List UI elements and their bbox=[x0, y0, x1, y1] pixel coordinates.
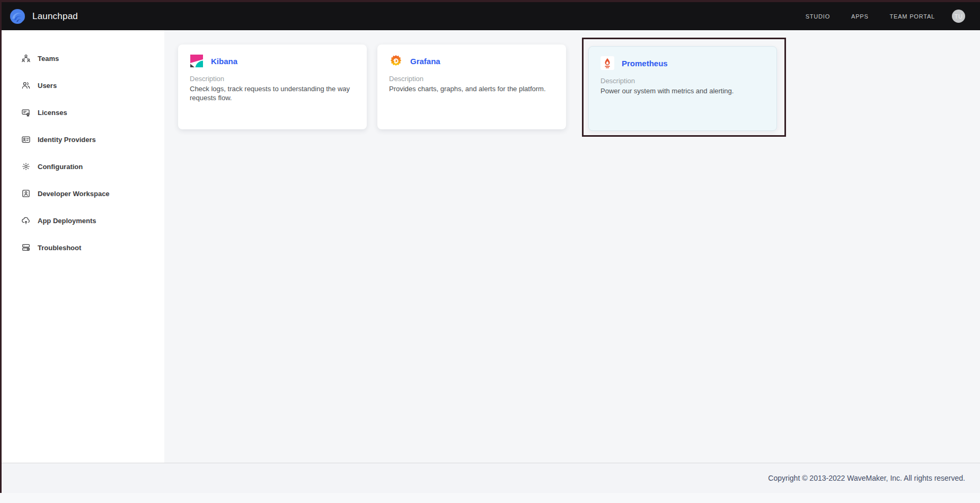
kibana-logo-icon bbox=[190, 54, 204, 68]
copyright-text: Copyright © 2013-2022 WaveMaker, Inc. Al… bbox=[768, 474, 965, 482]
configuration-icon bbox=[21, 162, 31, 171]
launchpad-app: Launchpad STUDIO APPS TEAM PORTAL TU Tea… bbox=[0, 0, 980, 493]
annotation-highlight-box: Prometheus Description Power our system … bbox=[582, 38, 786, 137]
nav-team-portal[interactable]: TEAM PORTAL bbox=[890, 13, 935, 20]
grafana-logo-icon bbox=[389, 54, 403, 68]
card-prometheus[interactable]: Prometheus Description Power our system … bbox=[588, 46, 777, 131]
card-title-link[interactable]: Prometheus bbox=[622, 59, 668, 68]
description-label: Description bbox=[601, 77, 765, 85]
sidebar-item-label: Identity Providers bbox=[38, 136, 96, 144]
description-label: Description bbox=[190, 75, 355, 83]
sidebar-item-configuration[interactable]: Configuration bbox=[0, 158, 164, 175]
licenses-icon bbox=[21, 108, 31, 117]
card-kibana[interactable]: Kibana Description Check logs, track req… bbox=[178, 45, 367, 129]
app-title: Launchpad bbox=[32, 11, 78, 22]
description-text: Provides charts, graphs, and alerts for … bbox=[389, 84, 554, 93]
footer: Copyright © 2013-2022 WaveMaker, Inc. Al… bbox=[0, 463, 980, 493]
developer-workspace-icon bbox=[21, 189, 31, 198]
annotation-top-border bbox=[0, 0, 980, 2]
nav-studio[interactable]: STUDIO bbox=[806, 13, 830, 20]
nav-apps[interactable]: APPS bbox=[851, 13, 869, 20]
sidebar-item-app-deployments[interactable]: App Deployments bbox=[0, 212, 164, 229]
sidebar-item-label: Developer Workspace bbox=[38, 190, 110, 198]
card-header: Kibana bbox=[190, 54, 355, 68]
troubleshoot-icon bbox=[21, 243, 31, 252]
wavemaker-logo-icon bbox=[10, 8, 25, 24]
sidebar-item-label: Configuration bbox=[38, 163, 83, 171]
sidebar-item-label: Users bbox=[38, 82, 57, 90]
card-header: Prometheus bbox=[601, 56, 765, 70]
description-text: Check logs, track requests to understand… bbox=[190, 84, 355, 102]
sidebar-item-licenses[interactable]: Licenses bbox=[0, 104, 164, 121]
sidebar-item-identity-providers[interactable]: Identity Providers bbox=[0, 131, 164, 148]
teams-icon bbox=[21, 54, 31, 63]
top-nav: STUDIO APPS TEAM PORTAL TU bbox=[806, 10, 965, 23]
sidebar-item-users[interactable]: Users bbox=[0, 77, 164, 94]
card-header: Grafana bbox=[389, 54, 554, 68]
sidebar-item-troubleshoot[interactable]: Troubleshoot bbox=[0, 239, 164, 256]
identity-providers-icon bbox=[21, 135, 31, 144]
sidebar: Teams Users Licenses Identity Providers bbox=[0, 30, 164, 463]
sidebar-item-teams[interactable]: Teams bbox=[0, 50, 164, 67]
sidebar-item-label: Licenses bbox=[38, 109, 67, 117]
prometheus-logo-tile bbox=[601, 56, 614, 70]
top-bar: Launchpad STUDIO APPS TEAM PORTAL TU bbox=[0, 2, 980, 30]
users-icon bbox=[21, 81, 31, 90]
card-grafana[interactable]: Grafana Description Provides charts, gra… bbox=[377, 45, 566, 129]
card-title-link[interactable]: Grafana bbox=[410, 57, 440, 66]
sidebar-item-developer-workspace[interactable]: Developer Workspace bbox=[0, 185, 164, 202]
app-cards-row: Kibana Description Check logs, track req… bbox=[164, 30, 980, 137]
sidebar-item-label: App Deployments bbox=[38, 217, 96, 225]
main-content: Kibana Description Check logs, track req… bbox=[164, 30, 980, 463]
sidebar-item-label: Troubleshoot bbox=[38, 244, 81, 252]
brand-home-link[interactable]: Launchpad bbox=[10, 8, 78, 24]
description-label: Description bbox=[389, 75, 554, 83]
annotation-left-border bbox=[0, 0, 2, 493]
prometheus-logo-icon bbox=[602, 57, 613, 69]
description-text: Power our system with metrics and alerti… bbox=[601, 86, 765, 95]
card-title-link[interactable]: Kibana bbox=[211, 57, 237, 66]
user-avatar[interactable]: TU bbox=[952, 10, 965, 23]
sidebar-item-label: Teams bbox=[38, 55, 59, 63]
app-deployments-icon bbox=[21, 216, 31, 225]
